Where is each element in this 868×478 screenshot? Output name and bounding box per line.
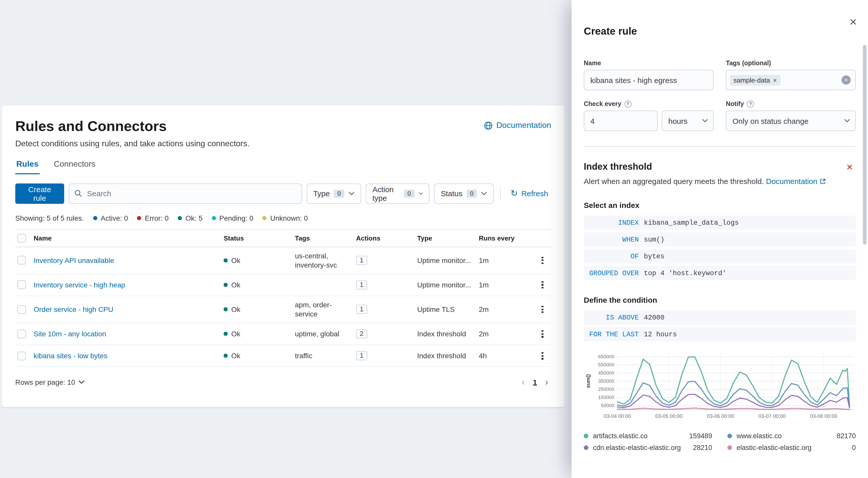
tab-connectors[interactable]: Connectors — [53, 156, 96, 174]
clear-tags-icon[interactable]: × — [841, 76, 851, 85]
tag-chip-label: sample-data — [734, 76, 770, 84]
section-divider — [584, 146, 856, 147]
rule-name-input[interactable] — [584, 70, 714, 90]
rules-table: Name Status Tags Actions Type Runs every… — [15, 229, 551, 367]
legend-label: cdn.elastic-elastic-elastic.org — [593, 444, 681, 451]
legend-value: 159489 — [689, 432, 712, 440]
tag-remove-icon[interactable]: × — [773, 76, 777, 84]
row-actions-kebab-icon[interactable] — [536, 349, 549, 363]
rule-status-dot — [224, 354, 228, 358]
help-icon[interactable]: ? — [747, 100, 754, 108]
legend-value: 82170 — [837, 432, 856, 440]
condition-value: 42000 — [644, 313, 664, 321]
flyout-title: Create rule — [584, 26, 856, 37]
row-actions-kebab-icon[interactable] — [536, 327, 549, 341]
filter-status[interactable]: Status 0 — [434, 183, 494, 204]
check-every-value-input[interactable] — [584, 111, 658, 131]
actions-count-badge: 2 — [356, 329, 367, 339]
svg-text:350000: 350000 — [598, 378, 614, 384]
search-input[interactable] — [86, 188, 297, 198]
page-subtitle: Detect conditions using rules, and take … — [15, 139, 551, 148]
condition-is-above[interactable]: IS ABOVE 42000 — [584, 310, 856, 325]
expression-of[interactable]: OF bytes — [584, 249, 856, 264]
rule-name-link[interactable]: kibana sites - low bytes — [34, 352, 107, 360]
status-unknown: Unknown: 0 — [262, 214, 308, 222]
remove-rule-type-icon[interactable]: × — [843, 161, 856, 173]
next-page-icon[interactable]: › — [545, 378, 548, 387]
legend-label: elastic-elastic-elastic.org — [737, 444, 811, 451]
svg-text:03-06 00:00: 03-06 00:00 — [707, 413, 734, 419]
rule-type-documentation-link[interactable]: Documentation — [766, 177, 817, 185]
svg-text:03-07 00:00: 03-07 00:00 — [758, 413, 786, 419]
row-checkbox[interactable] — [17, 305, 26, 313]
rule-status-text: Ok — [231, 305, 241, 313]
page-number[interactable]: 1 — [533, 378, 537, 387]
rule-status-text: Ok — [231, 330, 241, 338]
refresh-button[interactable]: ↻ Refresh — [507, 188, 551, 198]
rule-name-link[interactable]: Site 10m - any location — [34, 330, 106, 338]
unknown-status-dot — [262, 216, 267, 220]
rule-status-text: Ok — [231, 281, 241, 289]
error-status-dot — [137, 216, 142, 220]
flyout-scrollbar[interactable] — [863, 45, 866, 245]
col-header-actions: Actions — [354, 230, 415, 246]
rule-type: Uptime monitor... — [415, 277, 477, 293]
prev-page-icon[interactable]: ‹ — [522, 378, 525, 387]
legend-item[interactable]: artifacts.elastic.co 159489 — [584, 432, 712, 440]
create-rule-button[interactable]: Create rule — [15, 183, 64, 204]
create-rule-flyout: × Create rule Name Tags (optional) sampl… — [571, 0, 868, 478]
condition-list: IS ABOVE 42000 FOR THE LAST 12 hours — [584, 310, 856, 341]
condition-keyword: IS ABOVE — [588, 313, 639, 321]
tags-input[interactable]: sample-data × × — [726, 70, 856, 90]
rows-per-page-button[interactable]: Rows per page: 10 — [15, 378, 84, 387]
actions-count-badge: 1 — [356, 280, 367, 290]
check-every-unit-select[interactable]: hours — [662, 111, 714, 131]
tag-chip: sample-data × — [730, 74, 780, 85]
rule-tags: us-central, inventory-svc — [293, 247, 354, 274]
expression-value: kibana_sample_data_logs — [644, 219, 739, 227]
row-actions-kebab-icon[interactable] — [536, 303, 549, 316]
expression-index[interactable]: INDEX kibana_sample_data_logs — [584, 215, 856, 230]
chevron-down-icon — [418, 191, 423, 196]
row-checkbox[interactable] — [17, 352, 26, 360]
notify-label-text: Notify — [726, 100, 744, 108]
expression-keyword: OF — [588, 252, 639, 260]
pending-status-dot — [212, 216, 216, 220]
filter-action-type[interactable]: Action type 0 — [366, 183, 429, 204]
rule-name-link[interactable]: Inventory API unavailable — [34, 256, 114, 265]
select-all-checkbox[interactable] — [17, 234, 26, 242]
expression-list: INDEX kibana_sample_data_logs WHEN sum()… — [584, 215, 856, 280]
name-label: Name — [584, 60, 714, 67]
row-checkbox[interactable] — [17, 256, 26, 265]
page-title: Rules and Connectors — [15, 118, 166, 135]
rule-type-title: Index threshold — [584, 161, 652, 172]
ok-status-dot — [178, 216, 182, 220]
expression-when[interactable]: WHEN sum() — [584, 232, 856, 247]
rule-runs-every: 2m — [477, 301, 527, 318]
legend-item[interactable]: www.elastic.co 82170 — [727, 432, 856, 440]
chart-legend: artifacts.elastic.co 159489 www.elastic.… — [584, 432, 856, 451]
legend-item[interactable]: elastic-elastic-elastic.org 0 — [727, 444, 856, 451]
row-checkbox[interactable] — [17, 280, 26, 289]
row-actions-kebab-icon[interactable] — [536, 254, 549, 267]
expression-value: sum() — [644, 236, 664, 243]
row-checkbox[interactable] — [17, 330, 26, 338]
rule-name-link[interactable]: Inventory service - high heap — [34, 281, 125, 289]
rule-form: Name Tags (optional) sample-data × × Che… — [584, 60, 856, 131]
rule-type: Uptime TLS — [415, 301, 477, 318]
condition-for-the-last[interactable]: FOR THE LAST 12 hours — [584, 327, 856, 341]
legend-value: 28210 — [693, 444, 712, 451]
notify-select[interactable]: Only on status change — [726, 111, 856, 131]
rule-name-link[interactable]: Order service - high CPU — [34, 305, 113, 313]
legend-item[interactable]: cdn.elastic-elastic-elastic.org 28210 — [584, 444, 712, 451]
filter-type[interactable]: Type 0 — [307, 183, 361, 204]
help-icon[interactable]: ? — [624, 100, 631, 108]
actions-count-badge: 1 — [356, 305, 367, 314]
expression-grouped-over[interactable]: GROUPED OVER top 4 'host.keyword' — [584, 266, 856, 280]
notify-label: Notify ? — [726, 100, 856, 108]
documentation-label: Documentation — [496, 121, 551, 130]
tab-rules[interactable]: Rules — [15, 156, 39, 174]
documentation-link[interactable]: Documentation — [484, 121, 551, 130]
row-actions-kebab-icon[interactable] — [536, 278, 549, 292]
close-icon[interactable]: × — [847, 15, 860, 29]
